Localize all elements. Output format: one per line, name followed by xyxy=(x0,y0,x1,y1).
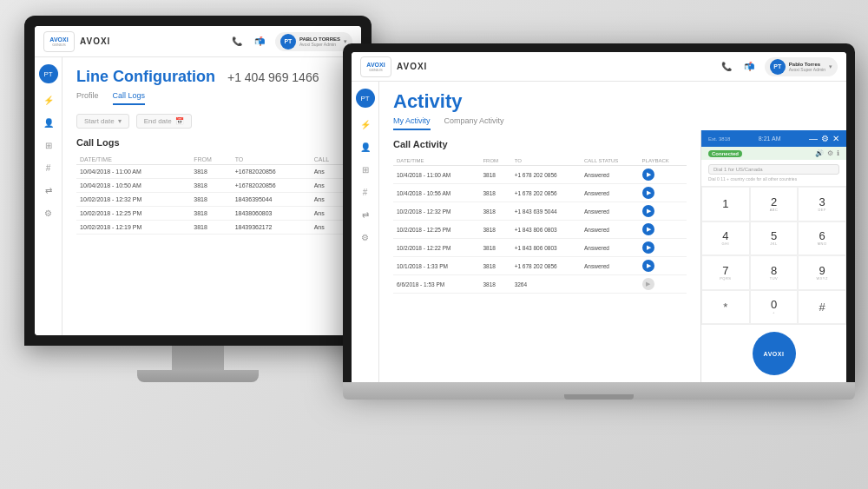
keypad-btn-1[interactable]: 1 xyxy=(701,187,750,221)
laptop-tab-my-activity[interactable]: My Activity xyxy=(393,116,431,130)
play-button[interactable]: ▶ xyxy=(642,205,654,217)
cell-datetime: 10/02/2018 - 12:25 PM xyxy=(76,207,190,221)
laptop-sidebar-user[interactable]: 👤 xyxy=(359,141,372,153)
sidebar-hash-icon[interactable]: # xyxy=(43,162,55,174)
keypad-btn-6[interactable]: 6 MNO xyxy=(798,221,846,256)
laptop-cell-from: 3818 xyxy=(479,257,510,275)
phone-ext-label: Ext. 3818 xyxy=(708,136,730,142)
laptop-cell-playback[interactable]: ▶ xyxy=(639,221,687,239)
desktop-user-pill[interactable]: PT PABLO TORRES Avoxi Super Admin ▾ xyxy=(275,32,352,51)
keypad-btn-7[interactable]: 7 PQRS xyxy=(701,255,750,290)
laptop-sidebar-grid[interactable]: ⊞ xyxy=(359,163,372,175)
cell-call: Ans xyxy=(311,207,347,221)
keypad-btn-2[interactable]: 2 ABC xyxy=(750,187,799,221)
play-icon: ▶ xyxy=(647,226,651,233)
laptop-sidebar-settings[interactable]: ⚙ xyxy=(359,231,372,243)
laptop-tab-company-activity[interactable]: Company Activity xyxy=(444,116,504,130)
laptop-col-datetime: DATE/TIME xyxy=(393,156,479,166)
laptop-sidebar-hash[interactable]: # xyxy=(359,186,372,198)
phone-search-area: Dial 1 for US/Canada Dial 0 11 + country… xyxy=(701,160,846,187)
laptop-cell-from: 3818 xyxy=(479,221,510,239)
laptop-logo: AVOXI GENIUS AVOXI xyxy=(360,56,427,77)
sidebar-transfer-icon[interactable]: ⇄ xyxy=(43,184,55,196)
keypad-btn-4[interactable]: 4 GHI xyxy=(701,221,750,256)
keypad-num-1: 1 xyxy=(722,198,728,209)
laptop-sidebar-bolt[interactable]: ⚡ xyxy=(359,118,372,130)
laptop-content-header: Activity My Activity Company Activity xyxy=(379,82,846,130)
keypad-btn-#[interactable]: # xyxy=(798,290,846,325)
line-config-title-row: Line Configuration +1 404 969 1466 xyxy=(76,68,347,86)
play-button[interactable]: ▶ xyxy=(642,187,654,199)
monitor-screen: AVOXI GENIUS AVOXI 📞 📬 PT PABLO TORRES A… xyxy=(35,26,361,335)
laptop-user-role: Avoxi Super Admin xyxy=(789,67,825,72)
play-button[interactable]: ▶ xyxy=(642,260,654,272)
laptop-cell-from: 3818 xyxy=(479,275,510,294)
cell-from: 3818 xyxy=(190,221,231,235)
tab-profile[interactable]: Profile xyxy=(76,91,99,105)
line-phone-number: +1 404 969 1466 xyxy=(227,70,319,84)
laptop-user-pill[interactable]: PT Pablo Torres Avoxi Super Admin ▾ xyxy=(765,57,838,76)
laptop-cell-playback[interactable]: ▶ xyxy=(639,202,687,221)
start-date-input[interactable]: Start date ▾ xyxy=(76,114,129,129)
cell-datetime: 10/04/2018 - 11:00 AM xyxy=(76,165,190,179)
sidebar-grid-icon[interactable]: ⊞ xyxy=(43,139,55,151)
tab-call-logs[interactable]: Call Logs xyxy=(113,91,146,105)
laptop-user-info: Pablo Torres Avoxi Super Admin xyxy=(789,62,825,72)
cell-to: 18438060803 xyxy=(232,207,311,221)
sidebar-bolt-icon[interactable]: ⚡ xyxy=(43,94,55,106)
phone-mic-icon[interactable]: 🔊 xyxy=(815,149,824,157)
desktop-header-right: 📞 📬 PT PABLO TORRES Avoxi Super Admin ▾ xyxy=(230,32,352,51)
cell-call: Ans xyxy=(311,193,347,207)
sidebar-user-icon[interactable]: 👤 xyxy=(43,116,55,129)
cell-call: Ans xyxy=(311,221,347,235)
laptop-cell-datetime: 10/2/2018 - 12:25 PM xyxy=(393,221,479,239)
desktop-table-row: 10/02/2018 - 12:25 PM 3818 18438060803 A… xyxy=(76,207,347,221)
keypad-btn-3[interactable]: 3 DEF xyxy=(798,187,846,221)
play-button[interactable]: ▶ xyxy=(642,223,654,235)
laptop-cell-playback[interactable]: ▶ xyxy=(639,184,687,202)
cell-to: +16782020856 xyxy=(232,179,311,193)
keypad-sub-7: PQRS xyxy=(720,276,731,281)
desktop-brand-name: AVOXI xyxy=(80,36,110,46)
avoxi-call-button[interactable]: AVOXI xyxy=(753,332,796,375)
keypad-btn-*[interactable]: * xyxy=(701,290,750,325)
laptop-tabs: My Activity Company Activity xyxy=(393,116,832,130)
laptop-cell-status: Answered xyxy=(581,221,639,239)
play-button[interactable]: ▶ xyxy=(642,169,654,181)
laptop-table-row: 10/4/2018 - 10:56 AM 3818 +1 678 202 085… xyxy=(393,184,687,202)
keypad-btn-5[interactable]: 5 JKL xyxy=(750,221,799,256)
sidebar-settings-icon[interactable]: ⚙ xyxy=(43,207,55,219)
keypad-num-6: 6 xyxy=(819,230,825,241)
end-date-input[interactable]: End date 📅 xyxy=(136,114,192,129)
keypad-btn-8[interactable]: 8 TUV xyxy=(750,255,799,290)
phone-hint: Dial 0 11 + country code for all other c… xyxy=(708,176,839,182)
keypad-sub-4: GHI xyxy=(722,241,730,246)
keypad-btn-0[interactable]: 0 + xyxy=(750,290,799,325)
laptop-cell-playback[interactable]: ▶ xyxy=(639,239,687,257)
laptop-cell-datetime: 6/6/2018 - 1:53 PM xyxy=(393,275,479,294)
desktop-table-area: Start date ▾ End date 📅 Call Logs xyxy=(62,105,361,335)
keypad-btn-9[interactable]: 9 WXYZ xyxy=(798,255,846,290)
phone-minimize-icon[interactable]: — xyxy=(809,134,818,143)
play-button[interactable]: ▶ xyxy=(642,241,654,254)
laptop-cell-status: Answered xyxy=(581,239,639,257)
phone-settings-icon[interactable]: ⚙ xyxy=(821,134,829,143)
phone-status-icons: 🔊 ⚙ ℹ xyxy=(815,149,839,157)
laptop-sidebar-transfer[interactable]: ⇄ xyxy=(359,208,372,221)
phone-search-input[interactable]: Dial 1 for US/Canada xyxy=(708,164,839,175)
play-button-inactive: ▶ xyxy=(642,278,654,290)
laptop-header-right: 📞 📬 PT Pablo Torres Avoxi Super Admin ▾ xyxy=(720,57,838,76)
laptop-cell-playback[interactable]: ▶ xyxy=(639,166,687,184)
keypad-num-3: 3 xyxy=(819,196,825,208)
laptop-cell-status: Answered xyxy=(581,184,639,202)
laptop-cell-to: +1 843 639 5044 xyxy=(511,202,581,221)
phone-gear-icon[interactable]: ⚙ xyxy=(827,149,833,157)
laptop-cell-playback[interactable]: ▶ xyxy=(639,257,687,275)
desktop-call-logs-table: DATE/TIME FROM TO CALL 10/04/2018 - 11:0… xyxy=(76,155,347,235)
phone-info-icon[interactable]: ℹ xyxy=(837,149,839,157)
laptop-cell-playback[interactable]: ▶ xyxy=(639,275,687,294)
keypad-sub-6: MNO xyxy=(818,241,827,246)
col-datetime: DATE/TIME xyxy=(76,155,190,165)
activity-title: Activity xyxy=(393,90,832,113)
phone-close-icon[interactable]: ✕ xyxy=(832,134,839,143)
